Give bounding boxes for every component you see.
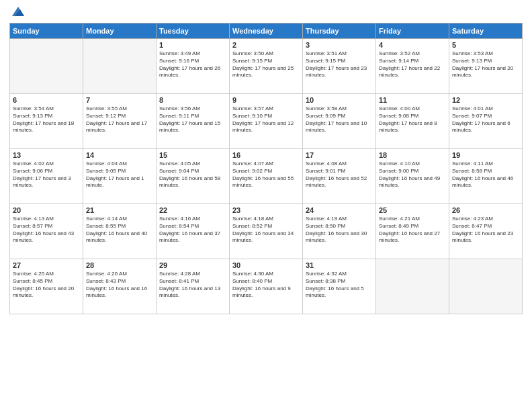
day-info: Sunrise: 4:00 AM Sunset: 9:08 PM Dayligh… (379, 105, 446, 134)
calendar-cell (449, 259, 523, 314)
calendar-cell: 24Sunrise: 4:19 AM Sunset: 8:50 PM Dayli… (303, 204, 376, 259)
calendar-cell: 31Sunrise: 4:32 AM Sunset: 8:38 PM Dayli… (303, 259, 376, 314)
day-number: 8 (159, 96, 226, 104)
day-info: Sunrise: 4:01 AM Sunset: 9:07 PM Dayligh… (452, 105, 519, 134)
day-info: Sunrise: 4:10 AM Sunset: 9:00 PM Dayligh… (379, 161, 446, 189)
day-number: 27 (13, 261, 80, 269)
calendar-cell: 20Sunrise: 4:13 AM Sunset: 8:57 PM Dayli… (10, 204, 83, 259)
day-number: 12 (452, 96, 519, 104)
header-thursday: Thursday (303, 24, 376, 39)
calendar-cell: 4Sunrise: 3:52 AM Sunset: 9:14 PM Daylig… (376, 39, 449, 94)
day-info: Sunrise: 3:56 AM Sunset: 9:11 PM Dayligh… (159, 105, 226, 134)
day-number: 25 (379, 206, 446, 214)
calendar-cell: 25Sunrise: 4:21 AM Sunset: 8:49 PM Dayli… (376, 204, 449, 259)
day-number: 21 (86, 206, 153, 214)
calendar-cell: 7Sunrise: 3:55 AM Sunset: 9:12 PM Daylig… (83, 94, 157, 149)
calendar-cell: 8Sunrise: 3:56 AM Sunset: 9:11 PM Daylig… (157, 94, 230, 149)
day-number: 24 (306, 206, 373, 214)
day-number: 20 (13, 206, 80, 214)
day-info: Sunrise: 4:25 AM Sunset: 8:45 PM Dayligh… (13, 271, 80, 300)
day-info: Sunrise: 3:58 AM Sunset: 9:09 PM Dayligh… (306, 105, 373, 134)
calendar-cell (376, 259, 449, 314)
day-number: 2 (232, 41, 300, 49)
day-number: 11 (379, 96, 446, 104)
day-info: Sunrise: 4:30 AM Sunset: 8:40 PM Dayligh… (232, 271, 300, 300)
day-number: 13 (13, 151, 80, 159)
calendar-cell: 21Sunrise: 4:14 AM Sunset: 8:55 PM Dayli… (83, 204, 157, 259)
day-number: 16 (232, 151, 300, 159)
day-number: 23 (232, 206, 300, 214)
day-number: 10 (306, 96, 373, 104)
calendar-table: Sunday Monday Tuesday Wednesday Thursday… (9, 23, 523, 314)
day-info: Sunrise: 3:55 AM Sunset: 9:12 PM Dayligh… (86, 105, 153, 134)
day-info: Sunrise: 4:14 AM Sunset: 8:55 PM Dayligh… (86, 216, 153, 244)
day-info: Sunrise: 4:19 AM Sunset: 8:50 PM Dayligh… (306, 216, 373, 244)
logo (9, 7, 26, 19)
day-number: 29 (159, 261, 226, 269)
day-info: Sunrise: 3:54 AM Sunset: 9:13 PM Dayligh… (13, 105, 80, 134)
day-number: 15 (159, 151, 226, 159)
calendar-cell: 6Sunrise: 3:54 AM Sunset: 9:13 PM Daylig… (10, 94, 83, 149)
calendar-cell: 30Sunrise: 4:30 AM Sunset: 8:40 PM Dayli… (230, 259, 303, 314)
day-info: Sunrise: 4:05 AM Sunset: 9:04 PM Dayligh… (159, 161, 226, 189)
calendar-cell: 26Sunrise: 4:23 AM Sunset: 8:47 PM Dayli… (449, 204, 523, 259)
day-info: Sunrise: 3:53 AM Sunset: 9:13 PM Dayligh… (452, 50, 519, 79)
day-number: 9 (232, 96, 300, 104)
calendar-cell: 11Sunrise: 4:00 AM Sunset: 9:08 PM Dayli… (376, 94, 449, 149)
page: Sunday Monday Tuesday Wednesday Thursday… (0, 0, 532, 411)
calendar-cell: 19Sunrise: 4:11 AM Sunset: 8:58 PM Dayli… (449, 149, 523, 204)
day-number: 1 (159, 41, 226, 49)
calendar-week-3: 13Sunrise: 4:02 AM Sunset: 9:06 PM Dayli… (10, 149, 523, 204)
day-number: 5 (452, 41, 519, 49)
calendar-week-1: 1Sunrise: 3:49 AM Sunset: 9:16 PM Daylig… (10, 39, 523, 94)
day-info: Sunrise: 3:50 AM Sunset: 9:15 PM Dayligh… (232, 50, 300, 79)
calendar-cell: 29Sunrise: 4:28 AM Sunset: 8:41 PM Dayli… (157, 259, 230, 314)
calendar-cell (10, 39, 83, 94)
calendar-cell (83, 39, 157, 94)
calendar-cell: 16Sunrise: 4:07 AM Sunset: 9:02 PM Dayli… (230, 149, 303, 204)
day-info: Sunrise: 3:52 AM Sunset: 9:14 PM Dayligh… (379, 50, 446, 79)
calendar-cell: 15Sunrise: 4:05 AM Sunset: 9:04 PM Dayli… (157, 149, 230, 204)
header (9, 7, 523, 19)
header-friday: Friday (376, 24, 449, 39)
day-info: Sunrise: 4:04 AM Sunset: 9:05 PM Dayligh… (86, 161, 153, 189)
header-tuesday: Tuesday (157, 24, 230, 39)
day-info: Sunrise: 3:57 AM Sunset: 9:10 PM Dayligh… (232, 105, 300, 134)
day-info: Sunrise: 4:23 AM Sunset: 8:47 PM Dayligh… (452, 216, 519, 244)
day-number: 22 (159, 206, 226, 214)
day-info: Sunrise: 3:51 AM Sunset: 9:15 PM Dayligh… (306, 50, 373, 79)
calendar-cell: 10Sunrise: 3:58 AM Sunset: 9:09 PM Dayli… (303, 94, 376, 149)
day-info: Sunrise: 4:02 AM Sunset: 9:06 PM Dayligh… (13, 161, 80, 189)
day-number: 28 (86, 261, 153, 269)
day-info: Sunrise: 4:18 AM Sunset: 8:52 PM Dayligh… (232, 216, 300, 244)
header-saturday: Saturday (449, 24, 523, 39)
day-number: 4 (379, 41, 446, 49)
calendar-cell: 27Sunrise: 4:25 AM Sunset: 8:45 PM Dayli… (10, 259, 83, 314)
day-info: Sunrise: 4:26 AM Sunset: 8:43 PM Dayligh… (86, 271, 153, 300)
calendar-cell: 3Sunrise: 3:51 AM Sunset: 9:15 PM Daylig… (303, 39, 376, 94)
logo-icon (11, 4, 26, 19)
calendar-cell: 28Sunrise: 4:26 AM Sunset: 8:43 PM Dayli… (83, 259, 157, 314)
calendar-week-4: 20Sunrise: 4:13 AM Sunset: 8:57 PM Dayli… (10, 204, 523, 259)
calendar-cell: 18Sunrise: 4:10 AM Sunset: 9:00 PM Dayli… (376, 149, 449, 204)
day-number: 7 (86, 96, 153, 104)
calendar-cell: 22Sunrise: 4:16 AM Sunset: 8:54 PM Dayli… (157, 204, 230, 259)
day-number: 31 (306, 261, 373, 269)
day-number: 30 (232, 261, 300, 269)
calendar-cell: 23Sunrise: 4:18 AM Sunset: 8:52 PM Dayli… (230, 204, 303, 259)
calendar-week-2: 6Sunrise: 3:54 AM Sunset: 9:13 PM Daylig… (10, 94, 523, 149)
day-info: Sunrise: 4:08 AM Sunset: 9:01 PM Dayligh… (306, 161, 373, 189)
day-info: Sunrise: 4:28 AM Sunset: 8:41 PM Dayligh… (159, 271, 226, 300)
header-monday: Monday (83, 24, 157, 39)
calendar-cell: 1Sunrise: 3:49 AM Sunset: 9:16 PM Daylig… (157, 39, 230, 94)
day-number: 14 (86, 151, 153, 159)
day-info: Sunrise: 4:16 AM Sunset: 8:54 PM Dayligh… (159, 216, 226, 244)
day-info: Sunrise: 4:11 AM Sunset: 8:58 PM Dayligh… (452, 161, 519, 189)
calendar-header-row: Sunday Monday Tuesday Wednesday Thursday… (10, 24, 523, 39)
calendar-cell: 14Sunrise: 4:04 AM Sunset: 9:05 PM Dayli… (83, 149, 157, 204)
day-info: Sunrise: 4:13 AM Sunset: 8:57 PM Dayligh… (13, 216, 80, 244)
day-info: Sunrise: 3:49 AM Sunset: 9:16 PM Dayligh… (159, 50, 226, 79)
day-number: 17 (306, 151, 373, 159)
header-wednesday: Wednesday (230, 24, 303, 39)
calendar-cell: 13Sunrise: 4:02 AM Sunset: 9:06 PM Dayli… (10, 149, 83, 204)
